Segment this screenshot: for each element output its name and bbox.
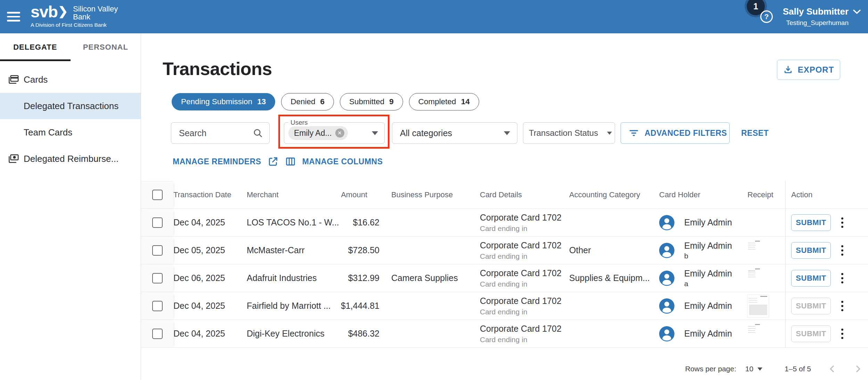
cell-business-purpose (379, 320, 480, 348)
cell-card-holder: Emily Admin (659, 209, 747, 237)
rows-per-page-select[interactable]: 10 (745, 365, 762, 373)
search-input[interactable] (179, 128, 248, 138)
svb-logo-tagline: A Division of First Citizens Bank (31, 22, 118, 28)
status-chip-row: Pending Submission 13 Denied 6 Submitted… (172, 93, 479, 110)
status-chip-denied[interactable]: Denied 6 (281, 93, 334, 110)
receipt-thumbnail[interactable] (747, 240, 761, 250)
avatar-icon (659, 243, 674, 258)
sidebar-tabs: DELEGATE PERSONAL (0, 33, 141, 61)
reset-button[interactable]: RESET (741, 122, 769, 144)
sidebar-item-delegated-reimburse[interactable]: Delegated Reimburse... (0, 146, 141, 172)
status-chip-count: 9 (389, 97, 394, 106)
app-window: svb❯ Silicon Valley Bank A Division of F… (0, 0, 868, 380)
row-checkbox[interactable] (152, 245, 163, 256)
row-checkbox[interactable] (152, 329, 163, 339)
sidebar-item-delegated-transactions[interactable]: Delegated Transactions (0, 93, 141, 119)
export-button[interactable]: EXPORT (777, 60, 840, 80)
sidebar-item-icon (8, 153, 19, 164)
cell-card-details: Corporate Card 1702 Card ending in (480, 237, 569, 264)
cell-action: SUBMIT (785, 264, 868, 292)
top-header: svb❯ Silicon Valley Bank A Division of F… (0, 0, 868, 33)
cell-action: SUBMIT (785, 292, 868, 320)
search-field[interactable] (171, 122, 270, 144)
col-accounting-category: Accounting Category (569, 181, 659, 209)
col-receipt: Receipt (747, 181, 785, 209)
manage-reminders-link[interactable]: MANAGE REMINDERS (173, 157, 261, 166)
transactions-table: Transaction Date Merchant Amount Busines… (141, 181, 868, 348)
cell-transaction-date: Dec 04, 2025 (173, 209, 247, 237)
submit-button[interactable]: SUBMIT (791, 214, 831, 231)
cell-accounting-category: Other (569, 237, 659, 264)
cell-card-details: Corporate Card 1702 Card ending in (480, 264, 569, 292)
cell-amount: $1,444.81 (341, 292, 379, 320)
row-checkbox-cell (141, 292, 173, 320)
receipt-thumbnail[interactable] (747, 323, 761, 334)
cell-transaction-date: Dec 04, 2025 (173, 292, 247, 320)
table-row: Dec 04, 2025 LOS TACOS No.1 - W... $16.6… (141, 209, 868, 237)
columns-icon[interactable] (285, 156, 296, 167)
kebab-menu-icon[interactable] (839, 243, 845, 258)
cell-transaction-date: Dec 06, 2025 (173, 264, 247, 292)
card-holder-name: Emily Admin (684, 329, 732, 339)
dropdown-caret-icon[interactable] (372, 131, 378, 135)
external-link-icon[interactable] (268, 156, 279, 167)
tab-delegate[interactable]: DELEGATE (0, 33, 71, 61)
avatar-icon (659, 215, 674, 230)
status-chip-submitted[interactable]: Submitted 9 (340, 93, 403, 110)
cell-receipt (747, 264, 785, 292)
receipt-thumbnail[interactable] (747, 268, 761, 278)
submit-button[interactable]: SUBMIT (791, 270, 831, 287)
user-name: Sally Submitter (783, 6, 849, 17)
card-holder-name: Emily Admin (684, 217, 732, 228)
users-filter[interactable]: Users Emily Ad... ✕ (284, 122, 385, 144)
sidebar-item-icon (8, 100, 19, 111)
manage-columns-link[interactable]: MANAGE COLUMNS (302, 157, 383, 166)
status-chip-completed[interactable]: Completed 14 (409, 93, 479, 110)
cell-transaction-date: Dec 04, 2025 (173, 320, 247, 348)
receipt-thumbnail[interactable] (747, 295, 769, 317)
categories-dropdown[interactable]: All categories (392, 122, 517, 144)
cell-action: SUBMIT (785, 237, 868, 264)
dropdown-caret-icon (758, 367, 762, 371)
sidebar-item-cards[interactable]: Cards (0, 66, 141, 93)
select-all-checkbox[interactable] (152, 190, 163, 200)
row-checkbox[interactable] (152, 273, 163, 283)
table-row: Dec 04, 2025 Fairfield by Marriott ... $… (141, 292, 868, 320)
next-page-button[interactable] (853, 364, 862, 373)
kebab-menu-icon[interactable] (839, 299, 845, 313)
row-checkbox-cell (141, 209, 173, 237)
tab-personal[interactable]: PERSONAL (71, 33, 141, 61)
cell-amount: $16.62 (341, 209, 379, 237)
advanced-filters-button[interactable]: ADVANCED FILTERS (621, 122, 730, 144)
col-business-purpose: Business Purpose (379, 181, 480, 209)
svb-logo-chevron: ❯ (58, 2, 68, 20)
submit-button[interactable]: SUBMIT (791, 242, 831, 259)
chip-remove-icon[interactable]: ✕ (335, 129, 344, 138)
cell-accounting-category: Supplies & Equipm... (569, 264, 659, 292)
status-chip-pending-submission[interactable]: Pending Submission 13 (172, 93, 275, 110)
kebab-menu-icon[interactable] (839, 271, 845, 286)
cell-card-details: Corporate Card 1702 Card ending in (480, 292, 569, 320)
help-icon[interactable]: ? (760, 10, 773, 23)
transaction-status-dropdown[interactable]: Transaction Status (523, 122, 615, 144)
cell-action: SUBMIT (785, 320, 868, 348)
page-title: Transactions (163, 58, 272, 79)
cell-receipt (747, 292, 785, 320)
chevron-down-icon (853, 9, 861, 14)
kebab-menu-icon[interactable] (839, 215, 845, 230)
row-checkbox[interactable] (152, 217, 163, 228)
col-card-holder: Card Holder (659, 181, 747, 209)
sidebar-item-team-cards[interactable]: Team Cards (0, 119, 141, 146)
avatar-icon (659, 271, 674, 286)
col-action: Action (785, 181, 868, 209)
card-holder-sublabel: b (684, 252, 732, 260)
kebab-menu-icon[interactable] (839, 327, 845, 341)
hamburger-menu-icon[interactable] (7, 10, 21, 24)
row-checkbox[interactable] (152, 301, 163, 311)
previous-page-button[interactable] (828, 364, 837, 373)
user-menu[interactable]: Sally Submitter Testing_Superhuman (783, 6, 861, 27)
sidebar-item-label: Delegated Transactions (24, 101, 118, 111)
col-amount: Amount (341, 181, 379, 209)
status-chip-label: Submitted (349, 97, 384, 106)
status-chip-label: Denied (290, 97, 315, 106)
